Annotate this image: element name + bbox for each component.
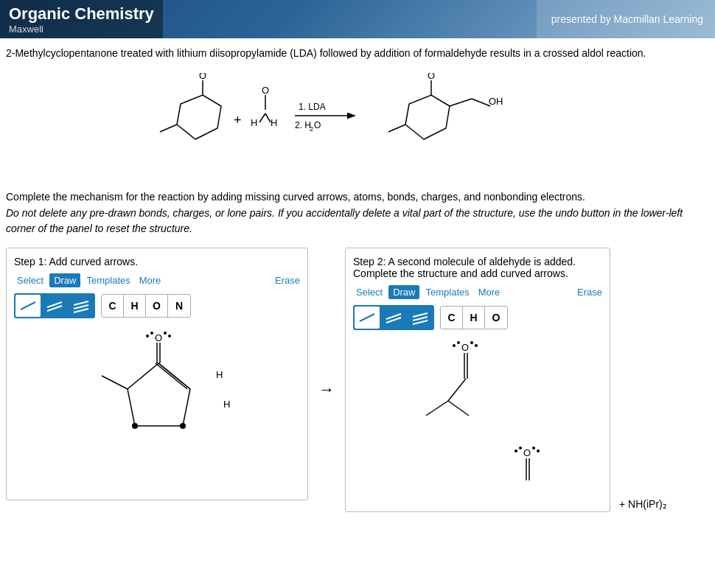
step1-templates-btn[interactable]: Templates	[83, 273, 133, 287]
step2-bond-group	[353, 305, 434, 330]
svg-text:H: H	[251, 117, 257, 128]
step2-molecule-svg: O O	[360, 335, 596, 504]
svg-point-32	[164, 332, 167, 335]
svg-point-63	[532, 447, 535, 449]
svg-marker-36	[128, 363, 190, 426]
svg-text:O: O	[199, 73, 206, 81]
svg-marker-0	[177, 95, 221, 139]
header: Organic Chemistry Maxwell presented by M…	[0, 0, 715, 38]
svg-line-59	[448, 401, 469, 416]
instructions-line1: Complete the mechanism for the reaction …	[6, 189, 709, 206]
step1-triple-bond-btn[interactable]	[69, 295, 94, 317]
step1-molecule-svg: O H H	[21, 323, 293, 492]
step1-double-bond-btn[interactable]	[42, 295, 67, 317]
svg-line-3	[160, 125, 177, 132]
step2-toolbar: Select Draw Templates More Erase	[353, 285, 602, 299]
reaction-diagram: O + O H H 1. LDA 2. H O 2 O	[0, 66, 715, 183]
svg-point-52	[457, 341, 460, 344]
instructions-area: Complete the mechanism for the reaction …	[0, 183, 715, 248]
instructions-line2: Do not delete any pre-drawn bonds, charg…	[6, 206, 709, 237]
step1-canvas[interactable]: O H H	[14, 323, 300, 492]
svg-text:2. H: 2. H	[295, 120, 311, 130]
svg-point-42	[132, 423, 138, 429]
step2-draw-tools: C H O	[353, 305, 602, 330]
svg-line-27	[74, 305, 88, 309]
step1-draw-tools: C H O N	[14, 293, 300, 318]
svg-text:O: O	[314, 120, 321, 130]
step1-atom-h-btn[interactable]: H	[124, 295, 146, 317]
svg-text:2: 2	[310, 125, 313, 133]
steps-row: Step 1: Add curved arrows. Select Draw T…	[0, 248, 715, 512]
step2-title: Step 2: A second molecule of aldehyde is…	[353, 256, 602, 279]
step2-panel: Step 2: A second molecule of aldehyde is…	[345, 248, 610, 512]
svg-line-48	[413, 317, 428, 321]
question-area: 2-Methylcyclopentanone treated with lith…	[0, 38, 715, 66]
svg-line-20	[450, 99, 472, 106]
svg-point-30	[146, 335, 149, 337]
svg-text:H: H	[271, 117, 277, 128]
svg-text:OH: OH	[489, 96, 503, 107]
svg-point-51	[453, 344, 456, 347]
svg-point-62	[519, 447, 522, 449]
step1-atom-n-btn[interactable]: N	[168, 295, 190, 317]
step2-draw-btn[interactable]: Draw	[388, 285, 419, 299]
app-title: Organic Chemistry	[9, 4, 154, 24]
step2-templates-btn[interactable]: Templates	[422, 285, 472, 299]
nh-label: + NH(iPr)₂	[616, 248, 667, 510]
step1-title: Step 1: Add curved arrows.	[14, 256, 300, 267]
svg-text:O: O	[461, 342, 469, 353]
step2-canvas[interactable]: O O	[353, 335, 602, 504]
svg-line-44	[360, 314, 374, 321]
presented-by: presented by Macmillan Learning	[537, 0, 715, 38]
step1-select-btn[interactable]: Select	[14, 273, 46, 287]
step1-more-btn[interactable]: More	[136, 273, 164, 287]
svg-line-8	[259, 113, 265, 122]
svg-marker-16	[405, 95, 450, 139]
svg-text:O: O	[155, 332, 162, 343]
step1-atom-group: C H O N	[101, 294, 191, 318]
step1-panel: Step 1: Add curved arrows. Select Draw T…	[6, 248, 308, 500]
svg-line-58	[426, 401, 448, 416]
svg-text:+: +	[234, 113, 242, 127]
step1-bond-group	[14, 293, 95, 318]
step2-row: Step 2: A second molecule of aldehyde is…	[345, 248, 667, 512]
step1-single-bond-btn[interactable]	[15, 295, 41, 317]
svg-line-21	[472, 99, 490, 106]
app-subtitle: Maxwell	[9, 24, 154, 35]
svg-point-53	[470, 341, 473, 344]
svg-line-19	[388, 125, 405, 132]
step1-atom-o-btn[interactable]: O	[146, 295, 168, 317]
step2-atom-h-btn[interactable]: H	[463, 307, 485, 329]
svg-line-38	[158, 363, 190, 389]
svg-text:O: O	[428, 73, 435, 81]
reaction-svg: O + O H H 1. LDA 2. H O 2 O	[136, 73, 579, 176]
question-text: 2-Methylcyclopentanone treated with lith…	[6, 46, 709, 61]
step2-more-btn[interactable]: More	[475, 285, 503, 299]
svg-text:O: O	[262, 85, 269, 96]
svg-text:1. LDA: 1. LDA	[299, 102, 326, 112]
svg-line-49	[413, 321, 428, 324]
svg-point-61	[515, 449, 517, 452]
step2-atom-c-btn[interactable]: C	[441, 307, 463, 329]
step2-double-bond-btn[interactable]	[381, 307, 406, 329]
step2-triple-bond-btn[interactable]	[408, 307, 433, 329]
svg-point-33	[168, 335, 171, 337]
svg-line-57	[448, 379, 466, 401]
step1-atom-c-btn[interactable]: C	[102, 295, 124, 317]
header-title-block: Organic Chemistry Maxwell	[0, 0, 163, 38]
step2-single-bond-btn[interactable]	[355, 307, 380, 329]
svg-text:O: O	[523, 447, 531, 458]
svg-point-64	[537, 449, 540, 452]
step1-toolbar: Select Draw Templates More Erase	[14, 273, 300, 287]
arrow-between: →	[308, 248, 345, 399]
step2-atom-o-btn[interactable]: O	[485, 307, 507, 329]
step2-erase-btn[interactable]: Erase	[577, 287, 602, 298]
step1-draw-btn[interactable]: Draw	[49, 273, 80, 287]
step1-erase-btn[interactable]: Erase	[275, 275, 300, 286]
svg-line-41	[156, 363, 187, 389]
step2-atom-group: C H O	[440, 306, 508, 329]
svg-point-43	[180, 423, 186, 429]
svg-text:H: H	[216, 369, 223, 380]
step2-select-btn[interactable]: Select	[353, 285, 386, 299]
svg-point-31	[150, 332, 153, 335]
